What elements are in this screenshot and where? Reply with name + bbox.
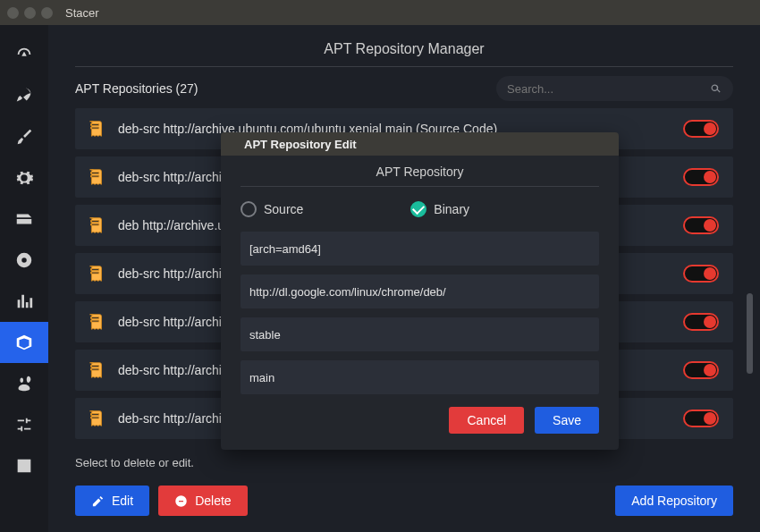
sliders-icon — [14, 415, 34, 435]
gnome-icon — [14, 374, 34, 393]
hint-text: Select to delete or edit. — [75, 456, 733, 469]
dist-field[interactable] — [241, 317, 599, 351]
nav-apt[interactable] — [0, 322, 48, 363]
book-icon — [84, 117, 107, 140]
tray-icon — [14, 209, 34, 229]
dashboard-icon — [14, 45, 34, 64]
url-field[interactable] — [241, 274, 599, 308]
page-title: APT Repository Manager — [75, 34, 733, 66]
repo-toggle[interactable] — [683, 410, 719, 427]
nav-cleaner[interactable] — [0, 116, 48, 157]
main-panel: APT Repository Manager APT Repositories … — [48, 25, 760, 532]
delete-button[interactable]: Delete — [158, 486, 247, 516]
log-icon — [14, 456, 34, 476]
edit-repo-modal: APT Repository Edit APT Repository Sourc… — [221, 132, 619, 450]
chart-icon — [14, 291, 34, 311]
book-icon — [84, 310, 107, 334]
save-button-label: Save — [553, 413, 581, 427]
book-icon — [84, 165, 107, 189]
nav-processes[interactable] — [0, 198, 48, 240]
nav-dashboard[interactable] — [0, 34, 48, 75]
window-min-icon[interactable] — [24, 7, 36, 19]
radio-binary-label: Binary — [434, 202, 469, 216]
nav-startup[interactable] — [0, 75, 48, 116]
save-button[interactable]: Save — [535, 407, 599, 434]
rocket-icon — [14, 86, 34, 106]
pencil-icon — [91, 494, 105, 508]
nav-uninstaller[interactable] — [0, 240, 48, 281]
add-repo-label: Add Repository — [631, 494, 717, 508]
sidebar — [0, 25, 48, 532]
divider — [75, 66, 733, 67]
repo-toggle[interactable] — [683, 216, 719, 234]
window-titlebar: Stacer — [0, 0, 760, 25]
edit-button-label: Edit — [112, 494, 133, 508]
modal-title: APT Repository Edit — [244, 138, 357, 151]
search-box[interactable] — [496, 76, 733, 101]
window-title: Stacer — [65, 6, 99, 20]
repo-toggle[interactable] — [683, 168, 719, 186]
book-icon — [84, 262, 107, 285]
window-close-icon[interactable] — [7, 7, 19, 19]
nav-gnome[interactable] — [0, 363, 48, 404]
nav-logs[interactable] — [0, 445, 48, 486]
book-icon — [84, 359, 107, 382]
search-icon — [709, 82, 722, 96]
radio-source-label: Source — [264, 202, 303, 216]
delete-button-label: Delete — [195, 494, 231, 508]
repo-count-label: APT Repositories (27) — [75, 81, 198, 96]
book-icon — [84, 407, 107, 430]
window-max-icon[interactable] — [41, 7, 53, 19]
book-icon — [84, 214, 107, 237]
radio-dot-icon — [410, 201, 426, 217]
repo-toggle[interactable] — [683, 313, 719, 331]
brush-icon — [14, 127, 34, 147]
cancel-button[interactable]: Cancel — [449, 407, 524, 434]
scrollbar-thumb[interactable] — [747, 293, 753, 374]
nav-services[interactable] — [0, 157, 48, 198]
radio-source[interactable]: Source — [241, 201, 303, 217]
footer-bar: Edit Delete Add Repository — [75, 480, 733, 532]
delete-icon — [174, 494, 188, 508]
nav-settings[interactable] — [0, 404, 48, 445]
repo-toggle[interactable] — [683, 265, 719, 283]
search-input[interactable] — [507, 82, 709, 96]
repo-toggle[interactable] — [683, 120, 719, 138]
radio-dot-icon — [241, 201, 257, 217]
disk-icon — [14, 250, 34, 270]
arch-field[interactable] — [241, 232, 599, 266]
gear-icon — [14, 168, 34, 188]
add-repo-button[interactable]: Add Repository — [615, 486, 733, 516]
nav-resources[interactable] — [0, 281, 48, 322]
component-field[interactable] — [241, 360, 599, 394]
edit-button[interactable]: Edit — [75, 486, 149, 516]
radio-binary[interactable]: Binary — [410, 201, 469, 217]
package-icon — [14, 333, 34, 352]
modal-subtitle: APT Repository — [241, 161, 599, 187]
modal-titlebar: APT Repository Edit — [221, 132, 619, 156]
cancel-button-label: Cancel — [467, 413, 506, 427]
repo-toggle[interactable] — [683, 361, 719, 379]
